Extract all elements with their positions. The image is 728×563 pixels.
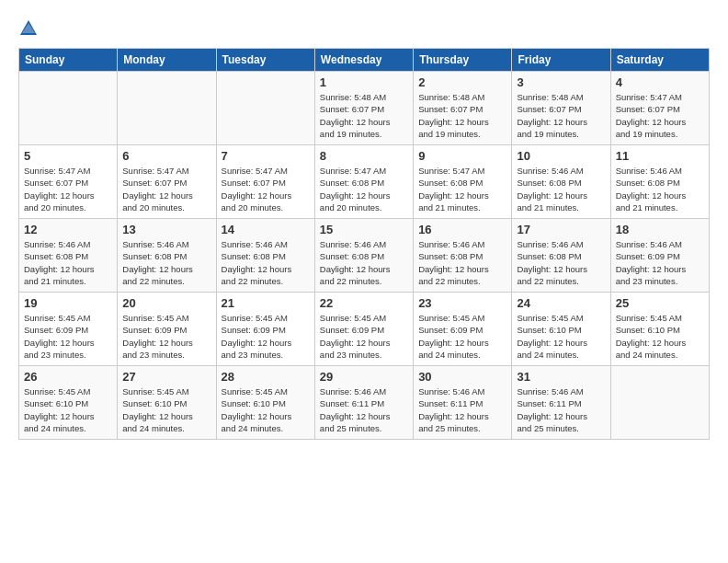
day-number: 1 bbox=[320, 75, 408, 89]
calendar-cell: 30Sunrise: 5:46 AM Sunset: 6:11 PM Dayli… bbox=[414, 366, 512, 440]
day-info: Sunrise: 5:46 AM Sunset: 6:08 PM Dayligh… bbox=[320, 238, 408, 287]
calendar-week-row: 5Sunrise: 5:47 AM Sunset: 6:07 PM Daylig… bbox=[19, 145, 710, 219]
day-info: Sunrise: 5:48 AM Sunset: 6:07 PM Dayligh… bbox=[418, 91, 506, 140]
day-number: 10 bbox=[517, 149, 605, 163]
day-number: 5 bbox=[24, 149, 112, 163]
calendar-cell: 22Sunrise: 5:45 AM Sunset: 6:09 PM Dayli… bbox=[314, 293, 413, 366]
day-number: 29 bbox=[320, 370, 408, 384]
calendar-cell bbox=[610, 366, 709, 440]
col-header-friday: Friday bbox=[512, 49, 610, 72]
calendar-cell: 25Sunrise: 5:45 AM Sunset: 6:10 PM Dayli… bbox=[610, 293, 709, 366]
day-info: Sunrise: 5:48 AM Sunset: 6:07 PM Dayligh… bbox=[320, 91, 408, 140]
day-number: 14 bbox=[222, 223, 310, 236]
day-number: 2 bbox=[418, 75, 506, 89]
day-info: Sunrise: 5:45 AM Sunset: 6:10 PM Dayligh… bbox=[616, 312, 704, 361]
day-number: 12 bbox=[24, 223, 112, 236]
calendar-cell: 7Sunrise: 5:47 AM Sunset: 6:07 PM Daylig… bbox=[216, 145, 314, 219]
day-number: 6 bbox=[122, 149, 210, 163]
day-info: Sunrise: 5:46 AM Sunset: 6:08 PM Dayligh… bbox=[122, 238, 210, 287]
calendar-cell: 23Sunrise: 5:45 AM Sunset: 6:09 PM Dayli… bbox=[414, 293, 512, 366]
calendar-cell: 10Sunrise: 5:46 AM Sunset: 6:08 PM Dayli… bbox=[512, 145, 610, 219]
page-header bbox=[18, 18, 710, 39]
day-number: 8 bbox=[320, 149, 408, 163]
day-number: 9 bbox=[418, 149, 506, 163]
calendar-cell: 15Sunrise: 5:46 AM Sunset: 6:08 PM Dayli… bbox=[314, 219, 413, 293]
day-number: 11 bbox=[616, 149, 704, 163]
calendar-cell: 8Sunrise: 5:47 AM Sunset: 6:08 PM Daylig… bbox=[314, 145, 413, 219]
logo bbox=[18, 18, 42, 39]
col-header-wednesday: Wednesday bbox=[314, 49, 413, 72]
day-number: 15 bbox=[320, 223, 408, 236]
day-number: 21 bbox=[222, 296, 310, 310]
day-info: Sunrise: 5:46 AM Sunset: 6:11 PM Dayligh… bbox=[418, 385, 506, 434]
day-info: Sunrise: 5:46 AM Sunset: 6:08 PM Dayligh… bbox=[616, 165, 704, 213]
col-header-thursday: Thursday bbox=[414, 49, 512, 72]
day-number: 27 bbox=[122, 370, 210, 384]
col-header-tuesday: Tuesday bbox=[216, 49, 314, 72]
calendar-cell: 9Sunrise: 5:47 AM Sunset: 6:08 PM Daylig… bbox=[414, 145, 512, 219]
day-info: Sunrise: 5:45 AM Sunset: 6:09 PM Dayligh… bbox=[222, 312, 310, 361]
day-info: Sunrise: 5:45 AM Sunset: 6:09 PM Dayligh… bbox=[320, 312, 408, 361]
day-info: Sunrise: 5:45 AM Sunset: 6:09 PM Dayligh… bbox=[122, 312, 210, 361]
col-header-saturday: Saturday bbox=[610, 49, 709, 72]
calendar-week-row: 19Sunrise: 5:45 AM Sunset: 6:09 PM Dayli… bbox=[19, 293, 710, 366]
day-info: Sunrise: 5:45 AM Sunset: 6:10 PM Dayligh… bbox=[517, 312, 605, 361]
day-number: 16 bbox=[418, 223, 506, 236]
calendar-cell: 29Sunrise: 5:46 AM Sunset: 6:11 PM Dayli… bbox=[314, 366, 413, 440]
day-number: 28 bbox=[222, 370, 310, 384]
day-number: 25 bbox=[616, 296, 704, 310]
calendar-cell: 4Sunrise: 5:47 AM Sunset: 6:07 PM Daylig… bbox=[610, 72, 709, 145]
calendar-cell: 18Sunrise: 5:46 AM Sunset: 6:09 PM Dayli… bbox=[610, 219, 709, 293]
calendar-cell: 16Sunrise: 5:46 AM Sunset: 6:08 PM Dayli… bbox=[414, 219, 512, 293]
day-number: 17 bbox=[517, 223, 605, 236]
day-number: 3 bbox=[517, 75, 605, 89]
day-number: 22 bbox=[320, 296, 408, 310]
day-number: 26 bbox=[24, 370, 112, 384]
calendar-week-row: 1Sunrise: 5:48 AM Sunset: 6:07 PM Daylig… bbox=[19, 72, 710, 145]
day-info: Sunrise: 5:46 AM Sunset: 6:08 PM Dayligh… bbox=[517, 165, 605, 213]
day-number: 31 bbox=[517, 370, 605, 384]
day-info: Sunrise: 5:48 AM Sunset: 6:07 PM Dayligh… bbox=[517, 91, 605, 140]
day-info: Sunrise: 5:46 AM Sunset: 6:08 PM Dayligh… bbox=[222, 238, 310, 287]
day-info: Sunrise: 5:46 AM Sunset: 6:08 PM Dayligh… bbox=[24, 238, 112, 287]
day-number: 7 bbox=[222, 149, 310, 163]
day-info: Sunrise: 5:45 AM Sunset: 6:09 PM Dayligh… bbox=[418, 312, 506, 361]
day-info: Sunrise: 5:46 AM Sunset: 6:08 PM Dayligh… bbox=[517, 238, 605, 287]
day-info: Sunrise: 5:45 AM Sunset: 6:10 PM Dayligh… bbox=[222, 385, 310, 434]
calendar-cell: 5Sunrise: 5:47 AM Sunset: 6:07 PM Daylig… bbox=[19, 145, 118, 219]
logo-icon bbox=[18, 18, 39, 39]
calendar-cell: 26Sunrise: 5:45 AM Sunset: 6:10 PM Dayli… bbox=[19, 366, 118, 440]
col-header-monday: Monday bbox=[118, 49, 216, 72]
calendar-cell: 2Sunrise: 5:48 AM Sunset: 6:07 PM Daylig… bbox=[414, 72, 512, 145]
calendar-cell bbox=[118, 72, 216, 145]
day-info: Sunrise: 5:46 AM Sunset: 6:08 PM Dayligh… bbox=[418, 238, 506, 287]
calendar-cell: 27Sunrise: 5:45 AM Sunset: 6:10 PM Dayli… bbox=[118, 366, 216, 440]
col-header-sunday: Sunday bbox=[19, 49, 118, 72]
calendar-cell: 21Sunrise: 5:45 AM Sunset: 6:09 PM Dayli… bbox=[216, 293, 314, 366]
calendar-week-row: 26Sunrise: 5:45 AM Sunset: 6:10 PM Dayli… bbox=[19, 366, 710, 440]
calendar-cell: 28Sunrise: 5:45 AM Sunset: 6:10 PM Dayli… bbox=[216, 366, 314, 440]
calendar-cell: 3Sunrise: 5:48 AM Sunset: 6:07 PM Daylig… bbox=[512, 72, 610, 145]
calendar-cell: 6Sunrise: 5:47 AM Sunset: 6:07 PM Daylig… bbox=[118, 145, 216, 219]
svg-marker-1 bbox=[22, 23, 35, 33]
calendar-cell: 13Sunrise: 5:46 AM Sunset: 6:08 PM Dayli… bbox=[118, 219, 216, 293]
calendar-cell: 14Sunrise: 5:46 AM Sunset: 6:08 PM Dayli… bbox=[216, 219, 314, 293]
calendar-cell: 1Sunrise: 5:48 AM Sunset: 6:07 PM Daylig… bbox=[314, 72, 413, 145]
day-number: 13 bbox=[122, 223, 210, 236]
day-number: 19 bbox=[24, 296, 112, 310]
day-info: Sunrise: 5:46 AM Sunset: 6:09 PM Dayligh… bbox=[616, 238, 704, 287]
calendar-cell: 12Sunrise: 5:46 AM Sunset: 6:08 PM Dayli… bbox=[19, 219, 118, 293]
day-number: 4 bbox=[616, 75, 704, 89]
day-info: Sunrise: 5:46 AM Sunset: 6:11 PM Dayligh… bbox=[320, 385, 408, 434]
calendar-table: SundayMondayTuesdayWednesdayThursdayFrid… bbox=[18, 48, 710, 440]
day-number: 24 bbox=[517, 296, 605, 310]
calendar-cell: 24Sunrise: 5:45 AM Sunset: 6:10 PM Dayli… bbox=[512, 293, 610, 366]
calendar-header-row: SundayMondayTuesdayWednesdayThursdayFrid… bbox=[19, 49, 710, 72]
calendar-cell: 19Sunrise: 5:45 AM Sunset: 6:09 PM Dayli… bbox=[19, 293, 118, 366]
day-info: Sunrise: 5:47 AM Sunset: 6:07 PM Dayligh… bbox=[122, 165, 210, 213]
calendar-cell: 11Sunrise: 5:46 AM Sunset: 6:08 PM Dayli… bbox=[610, 145, 709, 219]
day-info: Sunrise: 5:47 AM Sunset: 6:07 PM Dayligh… bbox=[24, 165, 112, 213]
calendar-cell bbox=[216, 72, 314, 145]
day-info: Sunrise: 5:47 AM Sunset: 6:08 PM Dayligh… bbox=[418, 165, 506, 213]
day-info: Sunrise: 5:46 AM Sunset: 6:11 PM Dayligh… bbox=[517, 385, 605, 434]
